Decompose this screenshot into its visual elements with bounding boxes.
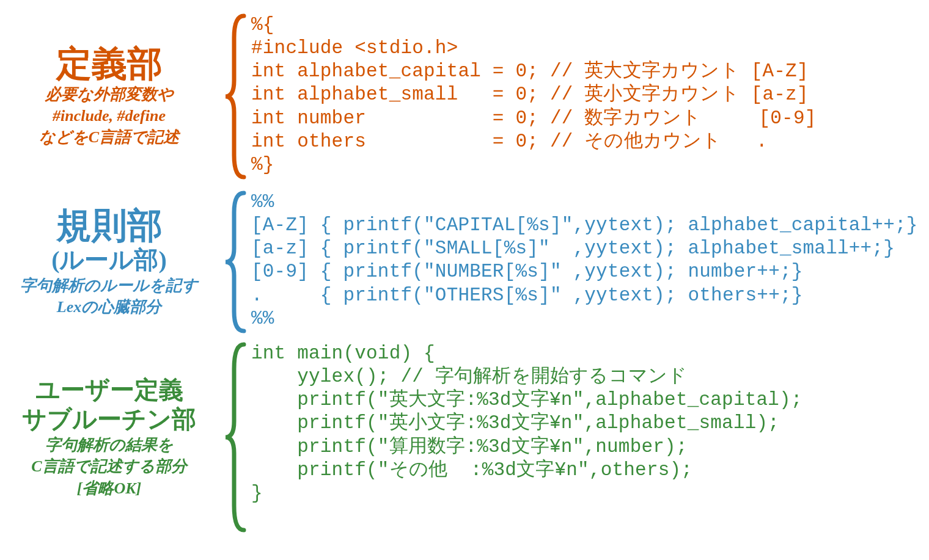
code-rules: %% [A-Z] { printf("CAPITAL[%s]",yytext);… bbox=[248, 191, 929, 333]
code-definition: %{ #include <stdio.h> int alphabet_capit… bbox=[248, 13, 929, 180]
code-subroutine: int main(void) { yylex(); // 字句解析を開始するコマ… bbox=[248, 342, 929, 533]
section-definition-label: 定義部 必要な外部変数や #include, #define などをC言語で記述 bbox=[0, 13, 223, 180]
section-subroutine-desc1: 字句解析の結果を bbox=[45, 434, 174, 456]
section-rules-label: 規則部 (ルール部) 字句解析のルールを記す Lexの心臓部分 bbox=[0, 191, 223, 333]
section-rules-desc2: Lexの心臓部分 bbox=[57, 296, 161, 318]
section-subroutine-title2: サブルーチン部 bbox=[22, 405, 196, 434]
section-rules-title: 規則部 bbox=[56, 206, 163, 245]
section-subroutine-desc2: C言語で記述する部分 bbox=[31, 456, 186, 477]
bracket-subroutine bbox=[223, 342, 248, 533]
section-definition-desc1: 必要な外部変数や bbox=[45, 84, 174, 105]
section-rules-subtitle: (ルール部) bbox=[51, 245, 167, 275]
section-subroutine-label: ユーザー定義 サブルーチン部 字句解析の結果を C言語で記述する部分 [省略OK… bbox=[0, 342, 223, 533]
section-definition: 定義部 必要な外部変数や #include, #define などをC言語で記述… bbox=[0, 13, 929, 180]
section-definition-desc3: などをC言語で記述 bbox=[39, 126, 179, 148]
section-rules: 規則部 (ルール部) 字句解析のルールを記す Lexの心臓部分 %% [A-Z]… bbox=[0, 191, 929, 333]
section-definition-desc2: #include, #define bbox=[53, 105, 166, 126]
bracket-definition bbox=[223, 13, 248, 180]
diagram-root: 定義部 必要な外部変数や #include, #define などをC言語で記述… bbox=[0, 13, 929, 560]
section-subroutine-title1: ユーザー定義 bbox=[35, 376, 183, 405]
section-subroutine: ユーザー定義 サブルーチン部 字句解析の結果を C言語で記述する部分 [省略OK… bbox=[0, 342, 929, 533]
bracket-rules bbox=[223, 191, 248, 333]
section-subroutine-desc3: [省略OK] bbox=[77, 478, 141, 499]
section-rules-desc1: 字句解析のルールを記す bbox=[20, 275, 198, 296]
section-definition-title: 定義部 bbox=[56, 45, 163, 84]
